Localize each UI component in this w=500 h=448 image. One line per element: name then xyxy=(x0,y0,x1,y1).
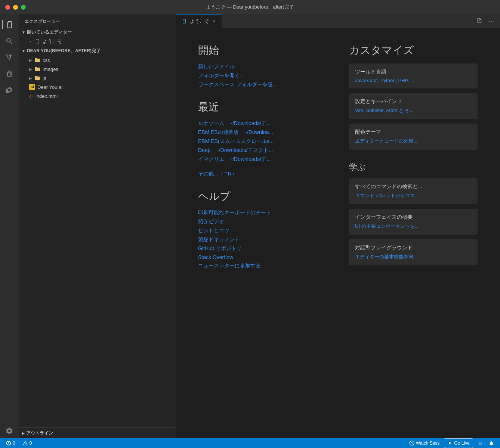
commands-card-link[interactable]: コマンド パレットからコマ... xyxy=(355,193,419,198)
more-actions-button[interactable]: ··· xyxy=(487,16,496,26)
vscode-file-icon xyxy=(34,38,40,44)
maximize-button[interactable] xyxy=(21,5,26,10)
extensions-activity-icon[interactable] xyxy=(2,83,17,98)
open-editors-header[interactable]: ▼ 開いているエディター xyxy=(19,27,176,37)
file-item-images[interactable]: ▶ images xyxy=(19,65,176,74)
file-item-html[interactable]: ◇ index.html xyxy=(19,91,176,100)
file-item-css[interactable]: ▶ css xyxy=(19,56,176,65)
ai-file-icon: Ai xyxy=(29,84,35,90)
error-count-item[interactable]: 0 xyxy=(4,438,17,448)
help-section: ヘルプ 印刷可能なキーボードのチート... 紹介ビデオ ヒントとコツ 製品ドキュ… xyxy=(198,189,327,269)
outline-section: ▶ アウトライン xyxy=(19,427,176,438)
recent-item-4[interactable]: Deep ~/Downloads/デスクト... xyxy=(198,147,327,154)
folder-chevron-css: ▶ xyxy=(29,58,32,62)
close-welcome-icon[interactable]: × xyxy=(29,39,31,44)
keyboard-cheatsheet-link[interactable]: 印刷可能なキーボードのチート... xyxy=(198,209,327,216)
tab-welcome-label: ようこそ xyxy=(190,18,209,25)
tools-card-link[interactable]: JavaScript, Python, PHP, ... xyxy=(355,78,414,83)
tab-close-welcome[interactable]: × xyxy=(212,18,215,24)
keybindings-card-link[interactable]: Vim, Sublime, Atom と そ... xyxy=(355,108,414,113)
recent-item-2[interactable]: EBM ESの通常版 ~/Downloa... xyxy=(198,129,327,136)
welcome-right-column: カスタマイズ ツールと言語 JavaScript, Python, PHP, .… xyxy=(349,43,478,423)
file-item-js[interactable]: ▶ js xyxy=(19,74,176,83)
keybindings-card[interactable]: 設定とキーバインド Vim, Sublime, Atom と そ... xyxy=(349,93,478,119)
docs-link[interactable]: 製品ドキュメント xyxy=(198,236,327,243)
file-tree-header[interactable]: ▼ DEAR YOU(BEFORE、AFTER)完了 xyxy=(19,46,176,56)
debug-activity-icon[interactable] xyxy=(2,66,17,81)
commands-card[interactable]: すべてのコマンドの検索と... コマンド パレットからコマ... xyxy=(349,178,478,204)
status-bar: 0 0 Watch Sass Go Live ☺ xyxy=(0,438,500,448)
file-item-ai[interactable]: Ai Dear You.ai xyxy=(19,83,176,91)
interface-card-title: インターフェイスの概要 xyxy=(355,214,472,221)
playground-card-link[interactable]: エディターの基本機能を簡... xyxy=(355,254,417,259)
theme-card-title: 配色テーマ xyxy=(355,129,472,136)
smiley-item[interactable]: ☺ xyxy=(476,438,484,448)
new-file-link[interactable]: 新しいファイル xyxy=(198,63,327,70)
keybindings-card-title: 設定とキーバインド xyxy=(355,98,472,105)
tab-welcome[interactable]: ようこそ × xyxy=(176,14,222,28)
open-folder-link[interactable]: フォルダーを開く... xyxy=(198,72,327,79)
go-live-icon xyxy=(447,441,453,446)
file-tree-chevron: ▼ xyxy=(22,49,25,53)
open-editor-welcome[interactable]: × ようこそ xyxy=(19,37,176,46)
window-title: ようこそ — Dear you(before、after)完了 xyxy=(206,4,294,10)
outline-header[interactable]: ▶ アウトライン xyxy=(19,428,176,438)
folder-chevron-js: ▶ xyxy=(29,76,32,80)
recent-section: 最近 ルナゾーム ~/Downloads/デ... EBM ESの通常版 ~/D… xyxy=(198,100,327,177)
help-section-title: ヘルプ xyxy=(198,189,327,203)
interface-card[interactable]: インターフェイスの概要 UI の主要コンポーネントを... xyxy=(349,209,478,235)
theme-card[interactable]: 配色テーマ エディターとコードの外観... xyxy=(349,124,478,150)
activity-bar xyxy=(0,14,19,438)
tips-link[interactable]: ヒントとコツ xyxy=(198,227,327,234)
explorer-activity-icon[interactable] xyxy=(2,17,17,32)
editor-area: ようこそ × ··· 開始 新しいファイル xyxy=(176,14,500,438)
welcome-content: 開始 新しいファイル フォルダーを開く... ワークスペース フォルダーを追..… xyxy=(176,28,500,438)
learn-section: 学ぶ すべてのコマンドの検索と... コマンド パレットからコマ... インター… xyxy=(349,162,478,265)
theme-card-link[interactable]: エディターとコードの外観... xyxy=(355,138,417,144)
tools-card[interactable]: ツールと言語 JavaScript, Python, PHP, ... xyxy=(349,63,478,88)
recent-item-1[interactable]: ルナゾーム ~/Downloads/デ... xyxy=(198,120,327,127)
file-tree-label: DEAR YOU(BEFORE、AFTER)完了 xyxy=(27,48,101,54)
settings-activity-icon[interactable] xyxy=(2,423,17,438)
playground-card[interactable]: 対話型プレイグラウンド エディターの基本機能を簡... xyxy=(349,239,478,265)
commands-card-title: すべてのコマンドの検索と... xyxy=(355,183,472,190)
add-workspace-link[interactable]: ワークスペース フォルダーを追... xyxy=(198,81,327,88)
tab-bar-actions: ··· xyxy=(470,14,500,28)
split-editor-button[interactable] xyxy=(475,16,484,27)
recent-item-5[interactable]: イマクリエ ~/Downloads/デ... xyxy=(198,156,327,163)
source-control-activity-icon[interactable] xyxy=(2,50,17,65)
watch-sass-icon xyxy=(409,441,414,446)
stackoverflow-link[interactable]: Stack Overflow xyxy=(198,254,327,260)
recent-item-3[interactable]: EBM ES(スムーススクロールs... xyxy=(198,138,327,145)
start-section: 開始 新しいファイル フォルダーを開く... ワークスペース フォルダーを追..… xyxy=(198,43,327,88)
newsletter-link[interactable]: ニュースレターに参加する xyxy=(198,262,327,269)
watch-sass-item[interactable]: Watch Sass xyxy=(408,438,441,448)
minimize-button[interactable] xyxy=(13,5,18,10)
html-file-icon: ◇ xyxy=(29,93,33,99)
file-item-ai-label: Dear You.ai xyxy=(37,84,62,90)
open-editors-label: 開いているエディター xyxy=(27,29,72,35)
file-item-html-label: index.html xyxy=(36,93,58,99)
close-button[interactable] xyxy=(5,5,10,10)
folder-chevron-images: ▶ xyxy=(29,67,32,71)
error-count: 0 xyxy=(13,441,15,446)
bell-item[interactable] xyxy=(487,438,496,448)
interface-card-link[interactable]: UI の主要コンポーネントを... xyxy=(355,223,419,229)
status-right: Watch Sass Go Live ☺ xyxy=(408,438,496,448)
more-recent-link[interactable]: その他...（⌃R） xyxy=(198,171,327,177)
title-bar: ようこそ — Dear you(before、after)完了 xyxy=(0,0,500,14)
error-icon xyxy=(6,441,11,446)
go-live-item[interactable]: Go Live xyxy=(444,438,473,448)
status-left: 0 0 xyxy=(4,438,33,448)
file-item-js-label: js xyxy=(43,75,46,81)
sidebar-title: エクスプローラー xyxy=(19,14,176,27)
warning-count-item[interactable]: 0 xyxy=(21,438,34,448)
warning-icon xyxy=(23,441,28,446)
github-link[interactable]: GitHub リポジトリ xyxy=(198,245,327,252)
open-editors-chevron: ▼ xyxy=(22,30,25,34)
smiley-icon: ☺ xyxy=(478,440,483,446)
folder-icon-js xyxy=(34,75,40,81)
intro-video-link[interactable]: 紹介ビデオ xyxy=(198,218,327,225)
search-activity-icon[interactable] xyxy=(2,34,17,49)
bell-icon xyxy=(489,441,494,446)
